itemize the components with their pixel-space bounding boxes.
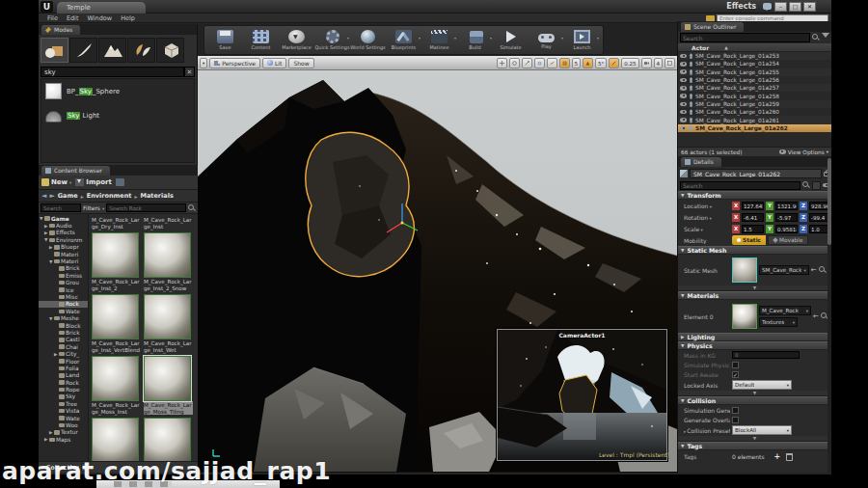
tab-modes[interactable]: Modes bbox=[41, 25, 80, 35]
outliner-column-header[interactable]: Actor ▲ bbox=[678, 43, 831, 52]
folder-wate[interactable]: Wate bbox=[39, 308, 88, 314]
lit-mode-button[interactable]: Lit bbox=[262, 58, 286, 68]
folder-ice[interactable]: Ice bbox=[39, 286, 88, 293]
scale-x-input[interactable]: 1.5 bbox=[742, 225, 764, 233]
nav-back-icon[interactable]: ◄ bbox=[41, 192, 46, 200]
scale-tool-icon[interactable] bbox=[522, 58, 532, 68]
folder-meshe[interactable]: ▼Meshe bbox=[39, 314, 88, 321]
mode-landscape-button[interactable] bbox=[98, 38, 126, 63]
chevron-down-icon[interactable]: ▾ bbox=[419, 36, 420, 41]
play-button[interactable]: Play▾ bbox=[529, 26, 563, 54]
outliner-row-sm_cave_rock_large_01a255[interactable]: SM_Cave_Rock_Large_01a255 bbox=[678, 68, 831, 76]
asset-m_cave_rock_large_dry_inst[interactable]: M_Cave_Rock_Large_Dry_Inst bbox=[92, 216, 141, 230]
visibility-eye-icon[interactable] bbox=[680, 126, 687, 131]
placeable-item-bp-sky-sphere[interactable]: BP_Sky_Sphere bbox=[45, 83, 190, 99]
quick-settings-button[interactable]: Quick Settings▾ bbox=[315, 26, 349, 54]
rotation-x-input[interactable]: -6.41 bbox=[742, 213, 764, 222]
folder-folia[interactable]: Folia bbox=[39, 365, 88, 371]
translate-tool-icon[interactable] bbox=[497, 58, 507, 68]
menu-file[interactable]: File bbox=[47, 14, 58, 22]
close-button[interactable]: ✕ bbox=[803, 2, 816, 12]
mode-paint-button[interactable] bbox=[69, 38, 97, 63]
folder-bluepr[interactable]: ▶Bluepr bbox=[39, 244, 88, 251]
save-all-icon[interactable] bbox=[116, 178, 124, 186]
folder-emiss[interactable]: Emiss bbox=[39, 272, 88, 279]
surface-snap-icon[interactable] bbox=[547, 58, 557, 68]
rotation-snap-icon[interactable] bbox=[583, 58, 593, 68]
chevron-down-icon[interactable]: ▾ bbox=[597, 36, 599, 41]
simulation-generates-checkbox[interactable] bbox=[732, 407, 739, 414]
scale-label[interactable]: Scale ▾ bbox=[684, 226, 730, 232]
outliner-row-sm_cave_rock_large_01a257[interactable]: SM_Cave_Rock_Large_01a257 bbox=[678, 84, 831, 92]
minimize-button[interactable]: – bbox=[774, 2, 787, 12]
add-tag-button[interactable]: + bbox=[774, 452, 781, 461]
visibility-eye-icon[interactable] bbox=[680, 118, 687, 122]
folder-rock[interactable]: Rock bbox=[39, 379, 88, 386]
outliner-row-sm_cave_rock_large_01a254[interactable]: SM_Cave_Rock_Large_01a254 bbox=[678, 60, 831, 68]
asset-m_cave_rock_large_moss_tiling[interactable]: M_Cave_Rock_Large_Moss_Tiling bbox=[144, 356, 193, 415]
outliner-row-sm_cave_rock_large_01a256[interactable]: SM_Cave_Rock_Large_01a256 bbox=[678, 76, 831, 84]
folder-rock[interactable]: Rock bbox=[39, 301, 88, 308]
camera-preview-window[interactable]: CameraActor1 bbox=[497, 329, 667, 461]
launch-button[interactable]: Launch▾ bbox=[565, 26, 599, 54]
folder-vista[interactable]: Vista bbox=[39, 408, 88, 415]
visibility-eye-icon[interactable] bbox=[680, 78, 687, 83]
outliner-row-sm_cave_rock_large_01a259[interactable]: SM_Cave_Rock_Large_01a259 bbox=[678, 100, 831, 108]
menu-window[interactable]: Window bbox=[87, 14, 112, 22]
menu-help[interactable]: Help bbox=[121, 14, 135, 22]
save-button[interactable]: Save bbox=[208, 26, 242, 54]
viewport-canvas[interactable]: CameraActor1 bbox=[198, 70, 677, 472]
rotation-snap-value[interactable]: 5° bbox=[595, 58, 607, 68]
chevron-down-icon[interactable]: ▾ bbox=[561, 36, 563, 41]
actor-name-field[interactable]: SM_Cave_Rock_Large_01a262 bbox=[690, 169, 822, 178]
visibility-eye-icon[interactable] bbox=[680, 94, 687, 98]
breadcrumb-environment[interactable]: Environment bbox=[87, 192, 132, 200]
rotate-tool-icon[interactable] bbox=[509, 58, 520, 68]
filters-dropdown[interactable]: Filters ▾ bbox=[83, 204, 104, 211]
details-search-input[interactable] bbox=[680, 181, 800, 190]
new-asset-button[interactable]: New▾ bbox=[41, 178, 71, 186]
outliner-row-sm_cave_rock_large_01a258[interactable]: SM_Cave_Rock_Large_01a258 bbox=[678, 92, 831, 99]
folder-environm[interactable]: ▼Environm bbox=[39, 236, 88, 243]
asset-m_cave_rock_large_inst_vertblend[interactable]: M_Cave_Rock_Large_Inst_VertBlend bbox=[92, 294, 141, 353]
camera-speed-value[interactable]: 4 bbox=[654, 58, 664, 68]
visibility-eye-icon[interactable] bbox=[680, 86, 687, 91]
rotation-y-input[interactable]: -5.97 bbox=[775, 213, 798, 222]
simulate-button[interactable]: Simulate bbox=[494, 26, 528, 54]
chevron-down-icon[interactable]: ▾ bbox=[490, 36, 492, 41]
filter-funnel-icon[interactable] bbox=[822, 33, 829, 41]
feedback-bubble-icon[interactable] bbox=[763, 3, 772, 10]
menu-edit[interactable]: Edit bbox=[67, 14, 79, 22]
use-selected-arrow-icon[interactable]: ← bbox=[811, 266, 817, 274]
folder-land[interactable]: Land bbox=[39, 372, 88, 379]
simulate-physics-checkbox[interactable] bbox=[732, 362, 739, 368]
details-scrollbar[interactable] bbox=[827, 156, 831, 473]
visibility-eye-icon[interactable] bbox=[680, 110, 687, 115]
locked-axis-dropdown[interactable]: Default▾ bbox=[732, 380, 792, 390]
perspective-button[interactable]: Perspective bbox=[209, 58, 260, 68]
folder-brick[interactable]: Brick bbox=[39, 265, 88, 272]
section-tags[interactable]: ▼ Tags bbox=[678, 442, 831, 450]
asset-tile-partial[interactable] bbox=[92, 418, 141, 461]
rotation-label[interactable]: Rotation ▾ bbox=[684, 214, 730, 221]
outliner-row-sm_cave_rock_large_01a262[interactable]: SM_Cave_Rock_Large_01a262 bbox=[678, 124, 831, 132]
maximize-button[interactable]: □ bbox=[789, 2, 801, 12]
world-settings-button[interactable]: World Settings bbox=[351, 26, 385, 54]
section-physics[interactable]: ▼ Physics bbox=[678, 341, 831, 350]
tab-scene-outliner[interactable]: Scene Outliner bbox=[681, 22, 744, 32]
mass-input[interactable]: 0 bbox=[732, 351, 800, 359]
world-coordinate-icon[interactable] bbox=[534, 58, 545, 68]
delete-tags-icon[interactable] bbox=[786, 453, 793, 461]
visibility-eye-icon[interactable] bbox=[680, 102, 687, 107]
breadcrumb-materials[interactable]: Materials bbox=[140, 192, 173, 200]
outliner-row-sm_cave_rock_large_01a261[interactable]: SM_Cave_Rock_Large_01a261 bbox=[678, 116, 831, 123]
asset-search-input[interactable] bbox=[106, 203, 186, 212]
location-y-input[interactable]: 1321.96 bbox=[775, 202, 798, 210]
use-selected-arrow-icon[interactable]: ← bbox=[813, 312, 819, 320]
tab-details[interactable]: Details bbox=[681, 157, 721, 167]
level-tab[interactable]: Temple bbox=[57, 2, 146, 14]
chevron-down-icon[interactable]: ▾ bbox=[454, 36, 456, 41]
material-combo[interactable]: M_Cave_Rock▾ bbox=[759, 306, 811, 315]
property-matrix-icon[interactable] bbox=[812, 181, 821, 190]
section-static-mesh[interactable]: ▼ Static Mesh bbox=[678, 246, 831, 255]
